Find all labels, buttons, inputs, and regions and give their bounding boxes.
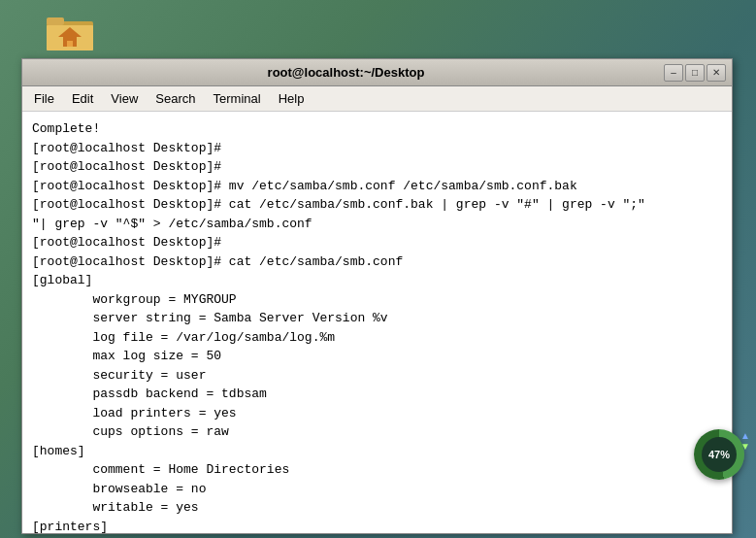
arrow-up-icon: ▲ [740,431,750,441]
terminal-content[interactable]: Complete! [root@localhost Desktop]# [roo… [22,112,732,533]
maximize-button[interactable]: □ [685,64,705,82]
title-bar: root@localhost:~/Desktop – □ ✕ [22,59,732,86]
svg-rect-1 [47,17,64,25]
minimize-button[interactable]: – [664,64,683,82]
menu-view[interactable]: View [103,88,146,109]
battery-percent: 47% [708,450,730,460]
menu-terminal[interactable]: Terminal [206,88,269,109]
menu-help[interactable]: Help [271,88,312,109]
menu-search[interactable]: Search [148,88,203,109]
battery-widget: 47% ▲ ▼ [694,429,744,480]
widget-arrows: ▲ ▼ [740,431,750,452]
folder-svg [47,12,93,52]
close-button[interactable]: ✕ [707,64,726,82]
svg-rect-5 [67,41,73,47]
menu-edit[interactable]: Edit [64,88,101,109]
menu-bar: File Edit View Search Terminal Help [22,86,732,112]
terminal-window: root@localhost:~/Desktop – □ ✕ File Edit… [21,58,733,534]
desktop-home-icon[interactable] [47,12,93,52]
menu-file[interactable]: File [26,88,62,109]
window-controls: – □ ✕ [664,64,726,82]
window-title: root@localhost:~/Desktop [28,65,664,80]
arrow-down-icon: ▼ [740,442,750,452]
widget-inner: 47% [702,437,737,472]
